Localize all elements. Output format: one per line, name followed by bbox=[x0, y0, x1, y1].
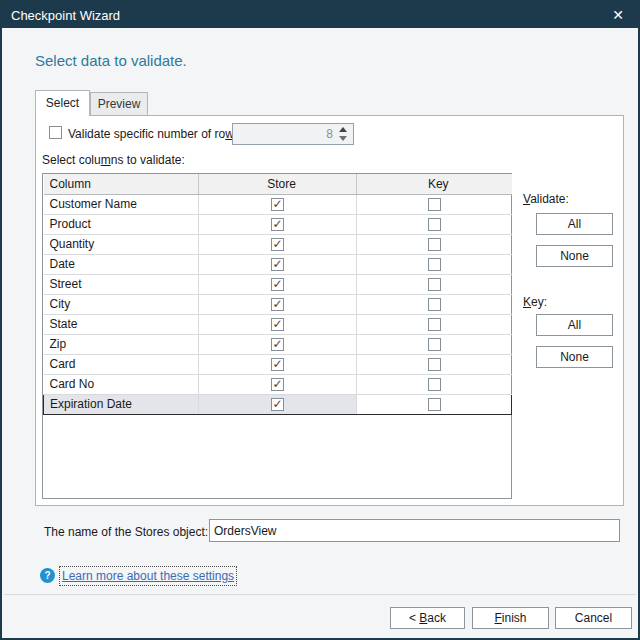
header-key[interactable]: Key bbox=[357, 174, 512, 194]
key-checkbox[interactable] bbox=[428, 238, 441, 251]
store-checkbox[interactable]: ✓ bbox=[271, 358, 284, 371]
key-cell[interactable] bbox=[357, 354, 512, 374]
store-cell[interactable]: ✓ bbox=[199, 394, 357, 414]
store-checkbox[interactable]: ✓ bbox=[271, 278, 284, 291]
header-column[interactable]: Column bbox=[44, 174, 199, 194]
column-name-cell[interactable]: Card No bbox=[44, 374, 199, 394]
header-store[interactable]: Store bbox=[199, 174, 357, 194]
key-cell[interactable] bbox=[357, 374, 512, 394]
key-checkbox[interactable] bbox=[428, 298, 441, 311]
cancel-button[interactable]: Cancel bbox=[555, 607, 632, 629]
column-name-cell[interactable]: Product bbox=[44, 214, 199, 234]
store-cell[interactable]: ✓ bbox=[199, 354, 357, 374]
table-row[interactable]: Date ✓ bbox=[44, 254, 512, 274]
store-cell[interactable]: ✓ bbox=[199, 234, 357, 254]
table-row[interactable]: Zip ✓ bbox=[44, 334, 512, 354]
checkpoint-wizard-dialog: Checkpoint Wizard ✕ Select data to valid… bbox=[0, 0, 640, 640]
table-row[interactable]: Quantity ✓ bbox=[44, 234, 512, 254]
store-cell[interactable]: ✓ bbox=[199, 294, 357, 314]
spinner-up-icon[interactable] bbox=[339, 127, 347, 132]
key-checkbox[interactable] bbox=[428, 398, 441, 411]
back-button[interactable]: < Back bbox=[390, 607, 465, 629]
validate-all-button[interactable]: All bbox=[536, 213, 613, 235]
key-checkbox[interactable] bbox=[428, 338, 441, 351]
key-checkbox[interactable] bbox=[428, 378, 441, 391]
column-name-cell[interactable]: Customer Name bbox=[44, 194, 199, 214]
table-row[interactable]: Card ✓ bbox=[44, 354, 512, 374]
stores-object-input[interactable] bbox=[209, 519, 620, 542]
validate-rows-label: Validate specific number of rows bbox=[68, 127, 240, 141]
store-checkbox[interactable]: ✓ bbox=[271, 398, 284, 411]
column-name-cell[interactable]: Zip bbox=[44, 334, 199, 354]
spinner-down-icon[interactable] bbox=[339, 136, 347, 141]
key-cell[interactable] bbox=[357, 334, 512, 354]
help-icon[interactable]: ? bbox=[40, 568, 55, 583]
store-cell[interactable]: ✓ bbox=[199, 314, 357, 334]
column-name-cell[interactable]: Card bbox=[44, 354, 199, 374]
key-checkbox[interactable] bbox=[428, 358, 441, 371]
key-checkbox[interactable] bbox=[428, 218, 441, 231]
key-cell[interactable] bbox=[357, 394, 512, 414]
key-cell[interactable] bbox=[357, 194, 512, 214]
store-cell[interactable]: ✓ bbox=[199, 254, 357, 274]
store-cell[interactable]: ✓ bbox=[199, 374, 357, 394]
validate-none-button[interactable]: None bbox=[536, 245, 613, 267]
table-header-row: Column Store Key bbox=[44, 174, 512, 194]
column-name-cell[interactable]: Quantity bbox=[44, 234, 199, 254]
validate-group-label: Validate: bbox=[523, 192, 569, 206]
table-row[interactable]: Product ✓ bbox=[44, 214, 512, 234]
store-cell[interactable]: ✓ bbox=[199, 274, 357, 294]
key-checkbox[interactable] bbox=[428, 258, 441, 271]
table-row[interactable]: Customer Name ✓ bbox=[44, 194, 512, 214]
column-name-cell[interactable]: City bbox=[44, 294, 199, 314]
store-checkbox[interactable]: ✓ bbox=[271, 338, 284, 351]
key-cell[interactable] bbox=[357, 294, 512, 314]
store-checkbox[interactable]: ✓ bbox=[271, 298, 284, 311]
titlebar: Checkpoint Wizard bbox=[2, 2, 638, 28]
tab-preview[interactable]: Preview bbox=[90, 92, 148, 116]
key-cell[interactable] bbox=[357, 314, 512, 334]
learn-more-link[interactable]: Learn more about these settings bbox=[62, 569, 234, 583]
key-cell[interactable] bbox=[357, 214, 512, 234]
store-checkbox[interactable]: ✓ bbox=[271, 218, 284, 231]
key-cell[interactable] bbox=[357, 274, 512, 294]
store-checkbox[interactable]: ✓ bbox=[271, 318, 284, 331]
window-title: Checkpoint Wizard bbox=[2, 8, 120, 23]
page-title: Select data to validate. bbox=[35, 52, 187, 69]
key-checkbox[interactable] bbox=[428, 318, 441, 331]
table-row[interactable]: Card No ✓ bbox=[44, 374, 512, 394]
validate-rows-checkbox[interactable] bbox=[49, 126, 62, 139]
key-none-button[interactable]: None bbox=[536, 346, 613, 368]
key-checkbox[interactable] bbox=[428, 198, 441, 211]
store-checkbox[interactable]: ✓ bbox=[271, 378, 284, 391]
store-cell[interactable]: ✓ bbox=[199, 214, 357, 234]
column-name-cell[interactable]: Street bbox=[44, 274, 199, 294]
select-columns-label: Select columns to validate: bbox=[42, 153, 185, 167]
table-row[interactable]: Expiration Date ✓ bbox=[44, 394, 512, 414]
finish-button[interactable]: Finish bbox=[472, 607, 549, 629]
store-checkbox[interactable]: ✓ bbox=[271, 198, 284, 211]
table-row[interactable]: State ✓ bbox=[44, 314, 512, 334]
rows-count-spinner[interactable]: 8 bbox=[232, 123, 354, 145]
columns-table-body: Customer Name ✓ Product ✓ Quantity ✓ Dat… bbox=[44, 194, 512, 414]
columns-table: Column Store Key Customer Name ✓ Product… bbox=[42, 173, 512, 499]
close-icon[interactable]: ✕ bbox=[608, 6, 628, 24]
store-checkbox[interactable]: ✓ bbox=[271, 238, 284, 251]
table-row[interactable]: City ✓ bbox=[44, 294, 512, 314]
column-name-cell[interactable]: State bbox=[44, 314, 199, 334]
stores-object-label: The name of the Stores object: bbox=[44, 525, 208, 539]
footer-divider bbox=[4, 594, 636, 595]
key-all-button[interactable]: All bbox=[536, 314, 613, 336]
column-name-cell[interactable]: Date bbox=[44, 254, 199, 274]
store-checkbox[interactable]: ✓ bbox=[271, 258, 284, 271]
key-group-label: Key: bbox=[523, 295, 547, 309]
table-row[interactable]: Street ✓ bbox=[44, 274, 512, 294]
rows-count-value: 8 bbox=[326, 127, 337, 141]
key-cell[interactable] bbox=[357, 254, 512, 274]
store-cell[interactable]: ✓ bbox=[199, 194, 357, 214]
key-cell[interactable] bbox=[357, 234, 512, 254]
store-cell[interactable]: ✓ bbox=[199, 334, 357, 354]
tab-select[interactable]: Select bbox=[35, 90, 90, 116]
key-checkbox[interactable] bbox=[428, 278, 441, 291]
column-name-cell[interactable]: Expiration Date bbox=[44, 394, 199, 414]
